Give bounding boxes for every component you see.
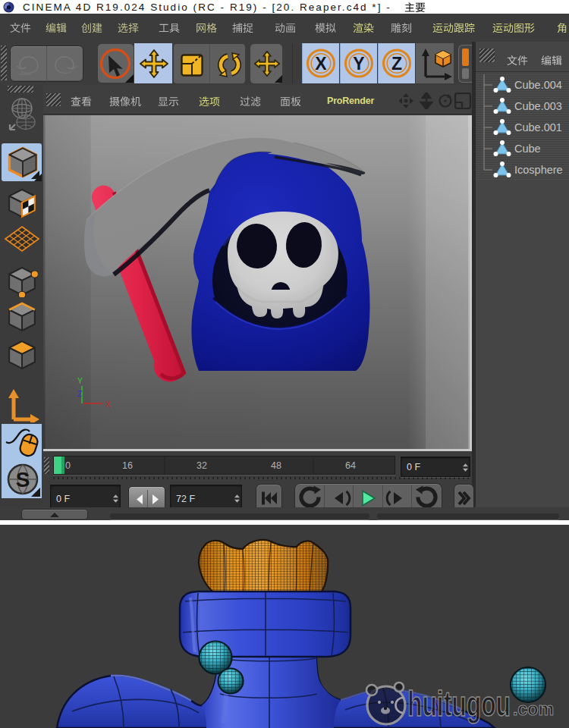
- svg-text:0: 0: [65, 460, 71, 471]
- svg-text:Cube.003: Cube.003: [514, 100, 562, 112]
- svg-text:S: S: [16, 468, 30, 491]
- svg-text:Cube.001: Cube.001: [514, 121, 562, 133]
- svg-text:Z: Z: [77, 389, 83, 398]
- svg-text:16: 16: [122, 460, 133, 471]
- svg-text:Cube: Cube: [514, 143, 541, 155]
- svg-text:Z: Z: [391, 54, 402, 74]
- svg-text:Cube.004: Cube.004: [514, 79, 562, 91]
- svg-text:huitugou: huitugou: [407, 684, 511, 723]
- svg-text:48: 48: [271, 460, 281, 471]
- svg-text:32: 32: [196, 460, 207, 471]
- svg-text:.com: .com: [513, 698, 554, 719]
- svg-text:X: X: [315, 54, 327, 74]
- svg-text:Y: Y: [77, 376, 83, 385]
- svg-text:X: X: [105, 400, 111, 409]
- svg-text:Icosphere: Icosphere: [514, 164, 563, 176]
- svg-text:64: 64: [345, 460, 356, 471]
- svg-text:Y: Y: [353, 54, 364, 74]
